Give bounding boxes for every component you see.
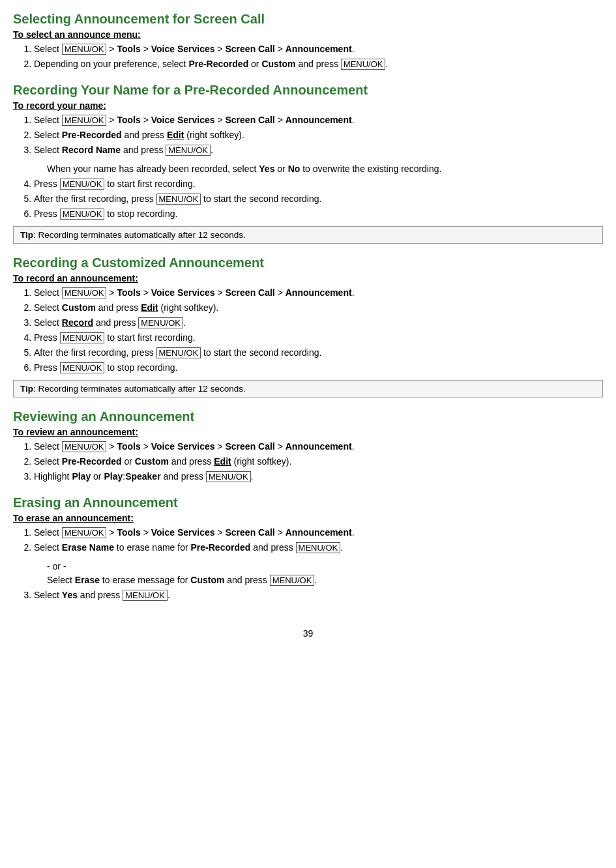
list-item: Depending on your preference, select Pre… xyxy=(34,57,603,71)
menu-ok-key: MENU/OK xyxy=(296,542,341,553)
list-item: Select MENU/OK > Tools > Voice Services … xyxy=(34,526,603,540)
section-recording-name-subtitle: To record your name: xyxy=(13,100,603,111)
section-reviewing: Reviewing an Announcement To review an a… xyxy=(13,409,603,484)
section-selecting-subtitle: To select an announce menu: xyxy=(13,29,603,40)
menu-ok-key: MENU/OK xyxy=(62,441,107,452)
list-item: Select MENU/OK > Tools > Voice Services … xyxy=(34,440,603,454)
tip-label: Tip xyxy=(20,230,33,240)
list-item: Press MENU/OK to start first recording. xyxy=(34,177,603,191)
list-item: Select Erase Name to erase name for Pre-… xyxy=(34,541,603,555)
menu-ok-key: MENU/OK xyxy=(138,317,183,328)
list-item: Select Yes and press MENU/OK. xyxy=(34,588,603,602)
menu-ok-key: MENU/OK xyxy=(341,59,386,70)
list-item: Press MENU/OK to start first recording. xyxy=(34,331,603,345)
tip-box-recording-custom: Tip: Recording terminates automatically … xyxy=(13,380,603,398)
list-item: After the first recording, press MENU/OK… xyxy=(34,346,603,360)
step2-alt-text: Select Erase to erase message for Custom… xyxy=(47,573,603,587)
section-erasing: Erasing an Announcement To erase an anno… xyxy=(13,495,603,602)
menu-ok-key: MENU/OK xyxy=(62,44,107,55)
section-erasing-subtitle: To erase an announcement: xyxy=(13,513,603,523)
list-item: Press MENU/OK to stop recording. xyxy=(34,207,603,221)
section-selecting-steps: Select MENU/OK > Tools > Voice Services … xyxy=(34,42,603,71)
menu-ok-key: MENU/OK xyxy=(60,179,105,190)
list-item: Select MENU/OK > Tools > Voice Services … xyxy=(34,113,603,127)
list-item: Highlight Play or Play:Speaker and press… xyxy=(34,470,603,484)
menu-ok-key: MENU/OK xyxy=(60,209,105,220)
section-reviewing-subtitle: To review an announcement: xyxy=(13,427,603,437)
menu-ok-key: MENU/OK xyxy=(156,194,201,205)
menu-ok-key: MENU/OK xyxy=(270,575,315,586)
section-erasing-steps-cont: Select Yes and press MENU/OK. xyxy=(34,588,603,602)
section-recording-custom-steps: Select MENU/OK > Tools > Voice Services … xyxy=(34,286,603,375)
or-line: - or - xyxy=(47,560,603,573)
list-item: Press MENU/OK to stop recording. xyxy=(34,361,603,375)
section-erasing-title: Erasing an Announcement xyxy=(13,495,603,510)
section-recording-name-steps-cont: Press MENU/OK to start first recording. … xyxy=(34,177,603,221)
section-selecting: Selecting Announcement for Screen Call T… xyxy=(13,12,603,71)
list-item: Select Pre-Recorded and press Edit (righ… xyxy=(34,128,603,142)
list-item: Select MENU/OK > Tools > Voice Services … xyxy=(34,286,603,300)
section-reviewing-title: Reviewing an Announcement xyxy=(13,409,603,424)
list-item: Select Custom and press Edit (right soft… xyxy=(34,301,603,315)
menu-ok-key: MENU/OK xyxy=(156,347,201,358)
tip-box-recording-name: Tip: Recording terminates automatically … xyxy=(13,226,603,244)
section-selecting-title: Selecting Announcement for Screen Call xyxy=(13,12,603,27)
menu-ok-key: MENU/OK xyxy=(62,115,107,126)
menu-ok-key: MENU/OK xyxy=(60,362,105,373)
section-erasing-steps: Select MENU/OK > Tools > Voice Services … xyxy=(34,526,603,555)
section-recording-name-title: Recording Your Name for a Pre-Recorded A… xyxy=(13,83,603,98)
step3-subtext: When your name has already been recorded… xyxy=(47,162,603,176)
page-number: 39 xyxy=(13,628,603,639)
section-recording-custom: Recording a Customized Announcement To r… xyxy=(13,255,603,398)
section-recording-name: Recording Your Name for a Pre-Recorded A… xyxy=(13,83,603,244)
section-recording-custom-subtitle: To record an announcement: xyxy=(13,273,603,283)
tip-label: Tip xyxy=(20,384,33,394)
menu-ok-key: MENU/OK xyxy=(62,287,107,298)
menu-ok-key: MENU/OK xyxy=(206,471,251,482)
list-item: Select MENU/OK > Tools > Voice Services … xyxy=(34,42,603,56)
menu-ok-key: MENU/OK xyxy=(62,527,107,538)
section-reviewing-steps: Select MENU/OK > Tools > Voice Services … xyxy=(34,440,603,484)
list-item: Select Pre-Recorded or Custom and press … xyxy=(34,455,603,469)
list-item: After the first recording, press MENU/OK… xyxy=(34,192,603,206)
menu-ok-key: MENU/OK xyxy=(60,332,105,343)
menu-ok-key: MENU/OK xyxy=(166,145,211,156)
section-recording-name-steps: Select MENU/OK > Tools > Voice Services … xyxy=(34,113,603,157)
section-recording-custom-title: Recording a Customized Announcement xyxy=(13,255,603,270)
list-item: Select Record Name and press MENU/OK. xyxy=(34,143,603,157)
list-item: Select Record and press MENU/OK. xyxy=(34,316,603,330)
menu-ok-key: MENU/OK xyxy=(123,590,168,601)
